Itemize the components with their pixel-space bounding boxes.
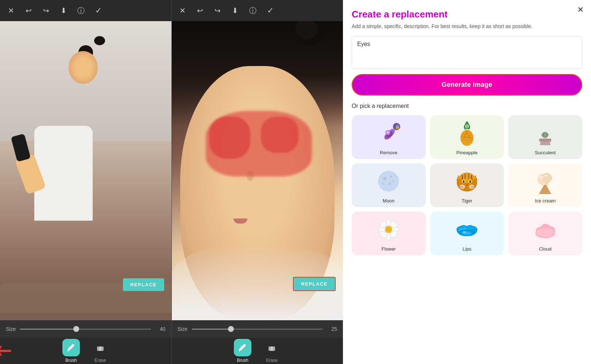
svg-rect-3 [99, 346, 101, 351]
tiger-label: Tiger [461, 198, 472, 204]
size-value-right: 25 [327, 326, 337, 332]
svg-point-54 [542, 173, 552, 183]
editor-half-right: ✕ ↩ ↪ ⬇ ⓘ ✓ [172, 0, 343, 364]
selfie-photo-left [0, 21, 171, 320]
svg-rect-14 [539, 139, 551, 142]
undo-icon-right[interactable]: ↩ [195, 5, 205, 16]
erase-label-right: Erase [266, 358, 278, 363]
replacement-item-moon[interactable]: Moon [352, 163, 426, 207]
pineapple-item-image [454, 120, 480, 147]
download-icon-left[interactable]: ⬇ [58, 5, 69, 16]
close-icon-left[interactable]: ✕ [6, 5, 16, 16]
replacement-item-remove[interactable]: ✦ ✦ 🔒 Remove [352, 115, 426, 159]
svg-point-72 [462, 231, 467, 233]
brush-label-left: Brush [65, 358, 77, 363]
moon-label: Moon [383, 198, 395, 204]
brush-icon-wrap-right [234, 339, 251, 356]
toolbar-right: ✕ ↩ ↪ ⬇ ⓘ ✓ [172, 0, 343, 21]
undo-icon-left[interactable]: ↩ [23, 5, 34, 16]
svg-point-24 [544, 134, 546, 136]
erase-tool-left[interactable]: Erase [92, 339, 109, 363]
redo-icon-left[interactable]: ↪ [41, 5, 51, 16]
panel-subtitle: Add a simple, specific, description. For… [352, 23, 582, 30]
bottom-tools-right: Brush Erase [172, 338, 343, 364]
redo-icon-right[interactable]: ↪ [213, 5, 223, 16]
replacement-grid: ✦ ✦ 🔒 Remove [352, 115, 582, 255]
remove-label: Remove [380, 150, 397, 155]
close-icon-right[interactable]: ✕ [178, 5, 188, 16]
check-icon-left[interactable]: ✓ [93, 5, 104, 16]
replace-button-right[interactable]: REPLACE [293, 277, 336, 291]
succulent-item-image [532, 120, 559, 147]
size-value-left: 40 [155, 326, 166, 332]
brush-tool-left[interactable]: Brush [62, 339, 80, 363]
generate-image-button[interactable]: Generate image [352, 74, 582, 96]
size-row-left: Size 40 [0, 320, 171, 338]
replacement-item-cloud[interactable]: Cloud [508, 212, 582, 255]
right-side-panel: ✕ Create a replacement Add a simple, spe… [343, 0, 591, 364]
svg-point-26 [379, 171, 398, 191]
svg-point-43 [470, 181, 471, 182]
replacement-item-lips[interactable]: Lips [430, 212, 504, 255]
tiger-item-image [454, 168, 480, 195]
svg-point-67 [388, 228, 389, 229]
arrow-indicator-left [0, 346, 11, 356]
svg-point-31 [393, 181, 394, 182]
svg-point-70 [387, 230, 389, 231]
size-slider-right[interactable] [192, 329, 322, 330]
replacement-item-tiger[interactable]: Tiger [430, 163, 504, 207]
svg-rect-1 [0, 350, 11, 352]
cloud-item-image [532, 216, 559, 243]
size-slider-left[interactable] [20, 329, 151, 330]
replacement-item-flower[interactable]: Flower [352, 212, 426, 255]
toolbar-left: ✕ ↩ ↪ ⬇ ⓘ ✓ [0, 0, 171, 21]
image-area-left: REPLACE [0, 21, 171, 320]
brush-icon-wrap-left [62, 339, 80, 356]
succulent-label: Succulent [535, 150, 556, 155]
info-icon-left[interactable]: ⓘ [76, 5, 86, 16]
size-label-left: Size [6, 326, 16, 332]
svg-point-42 [463, 181, 464, 182]
erase-label-left: Erase [94, 358, 106, 363]
icecream-label: Ice cream [535, 198, 556, 204]
cloud-label: Cloud [539, 246, 552, 252]
download-icon-right[interactable]: ⬇ [230, 5, 240, 16]
bottom-tools-left: Brush Erase [0, 338, 171, 364]
brush-tool-right[interactable]: Brush [234, 339, 251, 363]
lips-label: Lips [463, 246, 471, 252]
moon-item-image [375, 168, 402, 195]
replacement-text-input[interactable]: Eyes [352, 36, 582, 69]
panel-title: Create a replacement [352, 9, 582, 20]
svg-point-56 [544, 175, 547, 177]
or-pick-label: Or pick a replacement [352, 103, 582, 109]
close-panel-button[interactable]: ✕ [577, 6, 584, 14]
editor-half-left: ✕ ↩ ↪ ⬇ ⓘ ✓ [0, 0, 172, 364]
size-label-right: Size [178, 326, 188, 332]
svg-point-27 [383, 177, 387, 181]
brush-label-right: Brush [237, 358, 248, 363]
svg-point-28 [390, 175, 392, 178]
erase-icon-wrap-left [92, 339, 109, 356]
svg-point-30 [382, 183, 384, 185]
svg-point-29 [388, 182, 391, 185]
erase-icon-wrap-right [263, 339, 281, 356]
svg-point-77 [536, 228, 554, 237]
info-icon-right[interactable]: ⓘ [248, 5, 258, 16]
editor-panel: ✕ ↩ ↪ ⬇ ⓘ ✓ [0, 0, 343, 364]
replace-button-left[interactable]: REPLACE [123, 278, 164, 291]
svg-point-55 [540, 176, 544, 178]
lips-item-image [454, 216, 480, 243]
check-icon-right[interactable]: ✓ [265, 5, 275, 16]
svg-point-65 [385, 226, 392, 233]
icecream-item-image [532, 168, 559, 195]
pineapple-label: Pineapple [456, 150, 478, 155]
svg-point-66 [387, 228, 388, 229]
flower-item-image [375, 216, 402, 243]
replacement-item-succulent[interactable]: Succulent [508, 115, 582, 159]
size-row-right: Size 25 [172, 320, 343, 338]
replacement-item-pineapple[interactable]: Pineapple [430, 115, 504, 159]
svg-rect-5 [271, 346, 273, 351]
replacement-item-icecream[interactable]: Ice cream [508, 163, 582, 207]
erase-tool-right[interactable]: Erase [263, 339, 281, 363]
remove-item-image: ✦ ✦ 🔒 [375, 120, 402, 147]
